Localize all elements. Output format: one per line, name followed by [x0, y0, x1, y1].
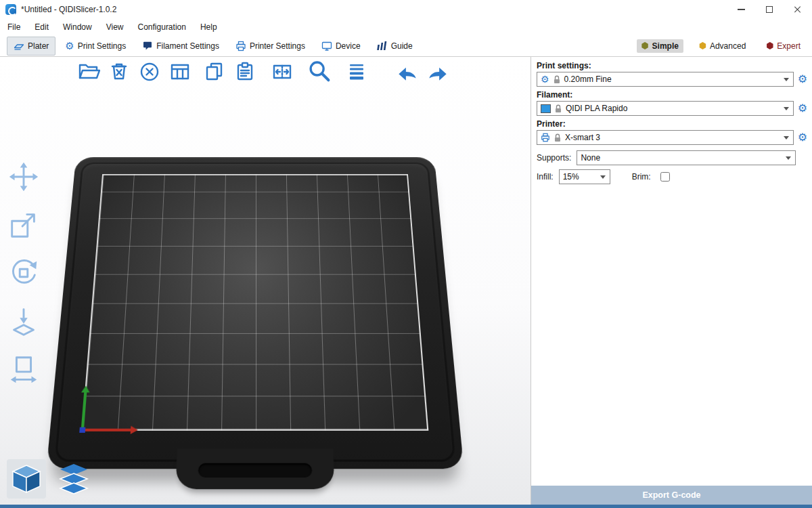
z-axis-indicator [79, 427, 85, 433]
tab-printer-settings[interactable]: Printer Settings [229, 37, 312, 56]
close-icon [794, 5, 802, 14]
tab-device[interactable]: Device [315, 37, 367, 56]
filament-icon [142, 41, 153, 51]
guide-icon [377, 41, 388, 51]
tab-plater[interactable]: Plater [7, 37, 55, 56]
filament-label: Filament: [537, 90, 805, 100]
window-title: *Untitled - QIDISlicer-1.0.2 [21, 5, 116, 14]
menu-view[interactable]: View [106, 22, 124, 32]
rotate-button[interactable] [5, 255, 42, 291]
print-settings-value: 0.20mm Fine [564, 75, 612, 84]
mode-label: Advanced [710, 41, 746, 51]
window-bottom-border [0, 505, 812, 508]
layers-icon [56, 461, 91, 496]
mode-switcher: Simple Advanced Expert [637, 39, 805, 53]
measure-icon [7, 352, 41, 386]
tab-label: Plater [28, 41, 49, 51]
place-on-face-button[interactable] [5, 303, 42, 339]
delete-button[interactable] [106, 58, 132, 85]
infill-value: 15% [563, 172, 579, 182]
copy-icon [203, 60, 226, 83]
minimize-button[interactable] [727, 0, 755, 19]
delete-all-icon [138, 60, 161, 83]
menu-file[interactable]: File [7, 22, 20, 32]
menu-window[interactable]: Window [63, 22, 92, 32]
delete-all-button[interactable] [137, 58, 162, 85]
tab-label: Printer Settings [250, 41, 305, 51]
simple-mode-dot-icon [641, 42, 649, 49]
search-button[interactable] [307, 58, 332, 85]
brim-label: Brim: [632, 172, 651, 182]
printer-edit-button[interactable]: ⚙ [795, 130, 810, 145]
filament-edit-button[interactable]: ⚙ [795, 101, 810, 116]
print-settings-edit-button[interactable]: ⚙ [795, 72, 810, 87]
tab-print-settings[interactable]: ⚙ Print Settings [58, 37, 133, 55]
infill-combo[interactable]: 15% [559, 169, 610, 184]
bed-handle [176, 449, 335, 489]
print-settings-combo[interactable]: ⚙ 0.20mm Fine [537, 72, 794, 87]
filament-combo[interactable]: QIDI PLA Rapido [537, 101, 794, 116]
menu-help[interactable]: Help [200, 22, 217, 32]
dropdown-arrow-icon [784, 136, 789, 142]
arrange-button[interactable] [167, 58, 193, 85]
measure-button[interactable] [5, 351, 42, 387]
printer-icon [235, 41, 246, 51]
infill-label: Infill: [537, 172, 554, 182]
place-on-face-icon [7, 304, 41, 338]
gizmo-toolbar [5, 158, 42, 387]
app-icon [5, 4, 16, 15]
dropdown-arrow-icon [784, 107, 789, 113]
redo-button[interactable] [425, 58, 451, 85]
menu-configuration[interactable]: Configuration [138, 22, 186, 32]
lock-icon [554, 133, 562, 142]
copy-button[interactable] [202, 58, 227, 85]
editor-3d-view-button[interactable] [7, 459, 46, 499]
supports-value: None [581, 153, 600, 163]
plater-toolbar [76, 58, 455, 85]
printer-combo[interactable]: X-smart 3 [537, 130, 794, 145]
supports-combo[interactable]: None [577, 150, 796, 165]
variable-layer-height-button[interactable] [344, 58, 369, 85]
tab-filament-settings[interactable]: Filament Settings [135, 37, 226, 56]
brim-checkbox[interactable] [660, 172, 670, 182]
menu-edit[interactable]: Edit [35, 22, 49, 32]
split-button[interactable] [269, 58, 295, 85]
tab-label: Guide [391, 41, 413, 51]
scale-button[interactable] [5, 207, 42, 243]
mode-simple[interactable]: Simple [637, 39, 683, 53]
mode-label: Simple [652, 41, 679, 51]
advanced-mode-dot-icon [699, 42, 706, 49]
filament-value: QIDI PLA Rapido [566, 104, 627, 113]
view-toolbar [7, 459, 93, 499]
undo-icon [395, 60, 420, 84]
tab-guide[interactable]: Guide [370, 37, 420, 56]
paste-button[interactable] [232, 58, 258, 85]
open-button[interactable] [76, 58, 102, 85]
move-button[interactable] [5, 158, 42, 195]
maximize-button[interactable] [755, 0, 784, 19]
mode-expert[interactable]: Expert [761, 39, 805, 53]
mode-advanced[interactable]: Advanced [694, 39, 750, 53]
tab-bar: Plater ⚙ Print Settings Filament Setting… [0, 35, 812, 57]
search-icon [307, 58, 332, 85]
menu-bar: File Edit Window View Configuration Help [0, 19, 812, 35]
dropdown-arrow-icon [786, 156, 791, 163]
dropdown-arrow-icon [600, 175, 606, 182]
scale-icon [7, 208, 41, 242]
settings-sidebar: Print settings: ⚙ 0.20mm Fine ⚙ Filament… [531, 57, 812, 508]
gear-icon: ⚙ [65, 41, 74, 51]
device-icon [321, 41, 332, 51]
supports-label: Supports: [537, 153, 571, 163]
lock-icon [554, 104, 562, 113]
maximize-icon [766, 6, 773, 13]
filament-color-swatch [541, 104, 551, 113]
trash-icon [108, 60, 131, 83]
export-gcode-button[interactable]: Export G-code [531, 486, 812, 505]
undo-button[interactable] [394, 58, 420, 85]
bed-grid [82, 174, 429, 431]
viewport-3d[interactable] [0, 57, 531, 505]
expert-mode-dot-icon [766, 42, 773, 49]
split-icon [271, 60, 294, 83]
layers-preview-button[interactable] [54, 459, 93, 499]
close-button[interactable] [784, 0, 812, 19]
